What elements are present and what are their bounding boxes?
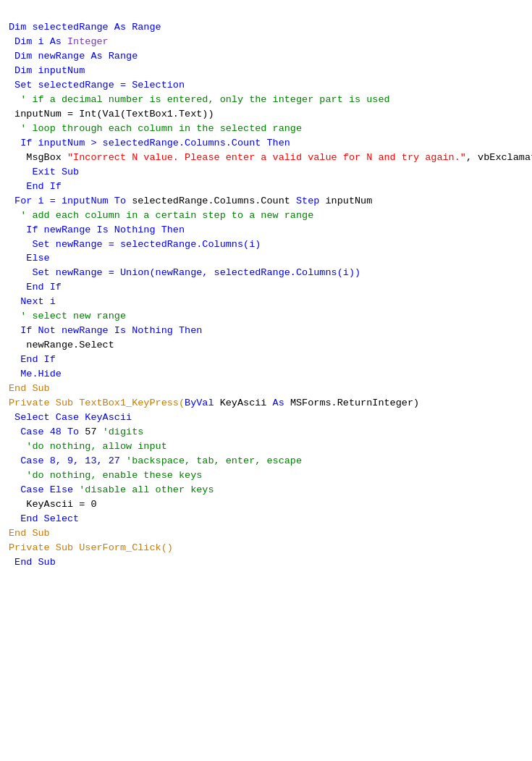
code-line: Me.Hide xyxy=(9,367,523,382)
code-line: MsgBox "Incorrect N value. Please enter … xyxy=(9,151,523,165)
code-line: Exit Sub xyxy=(9,165,523,180)
code-line: If inputNum > selectedRange.Columns.Coun… xyxy=(9,136,523,151)
code-token: Is Nothing Then xyxy=(114,325,203,336)
code-token: KeyAscii = 0 xyxy=(9,499,97,510)
code-line: For i = inputNum To selectedRange.Column… xyxy=(9,194,523,209)
code-line: Private Sub UserForm_Click() xyxy=(9,541,523,555)
code-token: 'disable all other keys xyxy=(79,484,214,495)
code-token: End Sub xyxy=(9,383,50,394)
code-token: Set selectedRange = Selection xyxy=(9,80,185,91)
code-line: 'do nothing, enable these keys xyxy=(9,468,523,483)
code-line: End If xyxy=(9,353,523,367)
code-token: For i = inputNum xyxy=(9,195,114,206)
code-token: If inputNum > selectedRange.Columns.Coun… xyxy=(9,138,266,148)
code-token: Dim i As xyxy=(9,36,67,47)
code-line: End If xyxy=(9,280,523,295)
code-token: Private Sub TextBox1_KeyPress( xyxy=(9,398,185,408)
code-token: "Incorrect N value. Please enter a valid… xyxy=(67,152,466,163)
code-token: Dim inputNum xyxy=(9,65,85,76)
code-token: End If xyxy=(9,181,62,192)
code-line: Case 8, 9, 13, 27 'backspace, tab, enter… xyxy=(9,454,523,468)
code-token: Dim newRange As Range xyxy=(9,51,138,62)
code-token: Integer xyxy=(67,36,109,47)
code-editor: Dim selectedRange As Range Dim i As Inte… xyxy=(9,6,523,570)
code-line: End Select xyxy=(9,512,523,526)
code-token: Case Else xyxy=(9,484,79,495)
code-line: Next i xyxy=(9,295,523,309)
code-token: To xyxy=(114,195,126,206)
code-token: Step xyxy=(296,195,319,206)
code-line: Dim i As Integer xyxy=(9,35,523,49)
code-line: Else xyxy=(9,251,523,266)
code-line: If newRange Is Nothing Then xyxy=(9,223,523,237)
code-line: Dim newRange As Range xyxy=(9,49,523,64)
code-token: Case 48 xyxy=(9,426,67,437)
code-token: ' select new range xyxy=(9,311,126,321)
code-line: End If xyxy=(9,180,523,194)
code-token: Else xyxy=(9,253,50,264)
code-line: Select Case KeyAscii xyxy=(9,411,523,425)
code-token: Exit Sub xyxy=(9,167,79,177)
code-token: 'digits xyxy=(103,426,144,437)
code-line: ' loop through each column in the select… xyxy=(9,122,523,136)
code-line: Set newRange = selectedRange.Columns(i) xyxy=(9,237,523,252)
code-token: Next i xyxy=(9,296,56,307)
code-token: Set newRange = Union(newRange, selectedR… xyxy=(9,267,360,278)
code-line: End Sub xyxy=(9,382,523,396)
code-token: End Sub xyxy=(9,528,50,539)
code-token: End Select xyxy=(9,513,79,524)
code-token: ' loop through each column in the select… xyxy=(9,123,302,134)
code-line: Dim selectedRange As Range xyxy=(9,20,523,35)
code-token: End If xyxy=(9,354,56,365)
code-token: If newRange xyxy=(9,224,97,235)
code-token: If Not newRange xyxy=(9,325,114,336)
code-line: Set selectedRange = Selection xyxy=(9,78,523,93)
code-token: End Sub xyxy=(9,557,56,568)
code-token: newRange.Select xyxy=(9,340,114,350)
code-token: End If xyxy=(9,282,62,293)
code-line: Case 48 To 57 'digits xyxy=(9,425,523,440)
code-line: If Not newRange Is Nothing Then xyxy=(9,324,523,338)
code-token: 'backspace, tab, enter, escape xyxy=(126,455,302,466)
code-token: Case 8, 9, 13, 27 xyxy=(9,455,126,466)
code-token: To xyxy=(67,426,79,437)
code-token: 57 xyxy=(79,426,102,437)
code-token: MsgBox xyxy=(9,152,67,163)
code-token: inputNum xyxy=(319,195,372,206)
code-token: ' if a decimal number is entered, only t… xyxy=(9,94,390,105)
code-token: ' add each column in a certain step to a… xyxy=(9,210,313,221)
code-line: ' if a decimal number is entered, only t… xyxy=(9,93,523,107)
code-token: Set newRange = selectedRange.Columns(i) xyxy=(9,239,261,250)
code-token: Select Case KeyAscii xyxy=(9,412,132,423)
code-line: Set newRange = Union(newRange, selectedR… xyxy=(9,266,523,280)
code-token: Private Sub UserForm_Click() xyxy=(9,542,173,553)
code-line: End Sub xyxy=(9,555,523,570)
code-line: Dim inputNum xyxy=(9,64,523,78)
code-token: Me.Hide xyxy=(9,369,62,379)
code-token: ByVal xyxy=(185,398,214,408)
code-token: Dim selectedRange As Range xyxy=(9,22,161,33)
code-token: Is Nothing Then xyxy=(97,224,185,235)
code-token: MSForms.ReturnInteger) xyxy=(284,398,419,408)
code-line: ' add each column in a certain step to a… xyxy=(9,209,523,223)
code-token: As xyxy=(273,398,284,408)
code-line: inputNum = Int(Val(TextBox1.Text)) xyxy=(9,107,523,122)
code-token: 'do nothing, allow input xyxy=(9,441,167,452)
code-token: KeyAscii xyxy=(214,398,273,408)
code-line: ' select new range xyxy=(9,309,523,324)
code-token: selectedRange.Columns.Count xyxy=(126,195,296,206)
code-token: 'do nothing, enable these keys xyxy=(9,470,202,481)
code-line: Case Else 'disable all other keys xyxy=(9,483,523,497)
code-line: 'do nothing, allow input xyxy=(9,440,523,454)
code-line: KeyAscii = 0 xyxy=(9,497,523,512)
code-token: , vbExclamation, xyxy=(466,152,532,163)
code-line: newRange.Select xyxy=(9,338,523,353)
code-token: inputNum = Int(Val(TextBox1.Text)) xyxy=(9,109,214,119)
code-line: End Sub xyxy=(9,526,523,541)
code-line: Private Sub TextBox1_KeyPress(ByVal KeyA… xyxy=(9,396,523,411)
code-token: Then xyxy=(266,138,290,148)
